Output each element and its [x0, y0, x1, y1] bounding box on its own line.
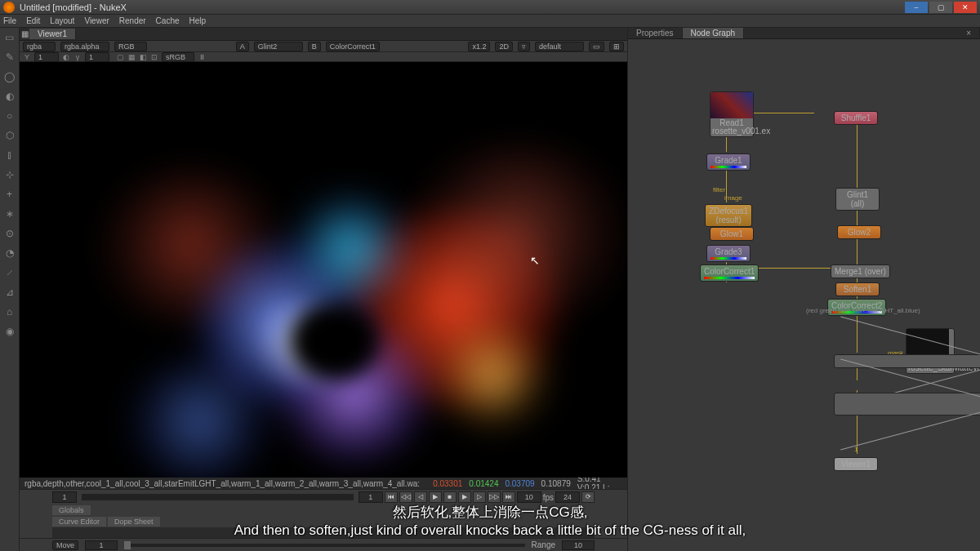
input-b-dropdown[interactable]: ColorCorrect1 — [326, 42, 380, 51]
menu-file[interactable]: File — [3, 16, 16, 25]
first-frame-button[interactable]: ⏮ — [385, 491, 398, 503]
play-button[interactable]: ▶ — [458, 491, 471, 503]
gain-field[interactable]: 1 — [34, 52, 59, 62]
status-red: 0.03301 — [433, 479, 462, 488]
tool-merge[interactable]: ⊹ — [3, 168, 16, 181]
display-lut-dropdown[interactable]: sRGB — [162, 52, 194, 62]
timeline-scrubber[interactable] — [82, 494, 354, 500]
roi-icon[interactable]: ▭ — [589, 42, 604, 51]
dimension-dropdown[interactable]: 2D — [495, 42, 513, 51]
close-button[interactable]: ✕ — [954, 2, 977, 13]
gamma-icon[interactable]: γ — [74, 53, 82, 61]
node-viewer1[interactable]: Viewer1 — [834, 457, 878, 471]
tool-time[interactable]: ◯ — [3, 70, 16, 83]
tool-particles[interactable]: ⊙ — [3, 227, 16, 240]
menu-layout[interactable]: Layout — [50, 16, 74, 25]
node-graph[interactable]: filter image mask 1 Read1rosette_v001.ex… — [628, 39, 980, 551]
channel-dropdown[interactable]: rgba — [23, 42, 56, 51]
tool-filter[interactable]: ⬡ — [3, 129, 16, 142]
loop-icon[interactable]: ⟳ — [581, 491, 595, 503]
tool-transform[interactable]: + — [3, 188, 16, 201]
format-icon[interactable]: ▦ — [127, 53, 136, 61]
node-grade1[interactable]: Grade1 — [706, 153, 751, 171]
node-glow1[interactable]: Glow1 — [710, 227, 754, 241]
app-icon — [3, 2, 15, 13]
wipe-icon[interactable]: ◧ — [139, 53, 147, 61]
fps-field[interactable]: 24 — [555, 491, 580, 503]
range-start[interactable]: 1 — [85, 540, 118, 550]
tab-properties[interactable]: Properties — [628, 28, 683, 38]
tool-image[interactable]: ▭ — [3, 31, 16, 44]
prev-frame-button[interactable]: ◁ — [414, 491, 427, 503]
zoom-dropdown[interactable]: x1.2 — [468, 42, 490, 51]
pause-icon[interactable]: ⏸ — [198, 53, 206, 61]
play-back-button[interactable]: ▶ — [429, 491, 442, 503]
layer-dropdown[interactable]: rgba.alpha — [60, 42, 109, 51]
downrez-icon[interactable]: ▿ — [518, 42, 530, 51]
node-glint1[interactable]: Glint1(all) — [835, 188, 880, 211]
titlebar: Untitled [modified] - NukeX – ▢ ✕ — [0, 0, 980, 15]
tool-keyer[interactable]: ⫿ — [3, 149, 16, 162]
clip-icon[interactable]: ▢ — [116, 53, 124, 61]
node-grade3[interactable]: Grade3 — [706, 245, 751, 262]
menubar: File Edit Layout Viewer Render Cache Hel… — [0, 15, 980, 28]
read1-thumbnail — [710, 92, 753, 118]
node-merge2[interactable]: Merge2 — [834, 354, 980, 368]
current-frame-field[interactable]: 10 — [517, 491, 541, 503]
menu-help[interactable]: Help — [189, 16, 207, 25]
menu-edit[interactable]: Edit — [26, 16, 40, 25]
range-label: Range — [532, 540, 555, 549]
timeline-track[interactable] — [52, 527, 595, 538]
tab-globals[interactable]: Globals — [52, 505, 91, 515]
menu-render[interactable]: Render — [119, 16, 146, 25]
input-a-dropdown[interactable]: Glint2 — [254, 42, 303, 51]
tool-meta[interactable]: ⊿ — [3, 286, 16, 299]
tool-color[interactable]: ○ — [3, 109, 16, 122]
input-a-label: A — [236, 42, 249, 51]
viewer-lut-dropdown[interactable]: default — [535, 42, 584, 51]
viewer-toolbar-2: Y 1 ◐ γ 1 ▢ ▦ ◧ ⊡ sRGB ⏸ — [20, 52, 627, 62]
overlay-icon[interactable]: ⊡ — [150, 53, 158, 61]
next-frame-button[interactable]: ▷ — [473, 491, 486, 503]
gamma-field[interactable]: 1 — [85, 52, 109, 62]
viewer-canvas[interactable]: ↖ — [20, 62, 627, 478]
right-panel: Properties Node Graph × filter im — [628, 28, 980, 551]
fstop-icon[interactable]: ◐ — [62, 53, 70, 61]
node-shuffle1[interactable]: Shuffle1 — [834, 111, 878, 125]
node-glint2[interactable]: Glint2(all) — [834, 393, 980, 415]
menu-viewer[interactable]: Viewer — [84, 16, 109, 25]
range-end[interactable]: 10 — [562, 540, 595, 550]
tab-viewer1[interactable]: Viewer1 — [29, 29, 76, 39]
tool-channel[interactable]: ◐ — [3, 90, 16, 103]
close-panel-icon[interactable]: × — [958, 28, 980, 38]
range-slider[interactable] — [124, 544, 525, 547]
colorspace-dropdown[interactable]: RGB — [114, 42, 147, 51]
maximize-button[interactable]: ▢ — [929, 2, 952, 13]
minimize-button[interactable]: – — [905, 2, 928, 13]
tool-draw[interactable]: ✎ — [3, 51, 16, 64]
tab-node-graph[interactable]: Node Graph — [683, 28, 744, 38]
stop-button[interactable]: ■ — [443, 491, 457, 503]
node-soften1[interactable]: Soften1 — [835, 282, 880, 296]
tab-curve-editor[interactable]: Curve Editor — [52, 517, 106, 527]
tool-3d[interactable]: ∗ — [3, 207, 16, 220]
pane-menu-icon[interactable]: ▦ — [20, 29, 29, 38]
tool-deep[interactable]: ◔ — [3, 247, 16, 260]
node-glow2[interactable]: Glow2 — [837, 225, 881, 239]
tool-toolset[interactable]: ⌂ — [3, 305, 16, 318]
frame-start-field[interactable]: 1 — [52, 491, 77, 503]
prev-key-button[interactable]: ◁◁ — [399, 491, 412, 503]
node-colorcorrect1[interactable]: ColorCorrect1 — [700, 264, 759, 282]
next-key-button[interactable]: ▷▷ — [488, 491, 501, 503]
tool-other[interactable]: ◉ — [3, 325, 16, 338]
menu-cache[interactable]: Cache — [156, 16, 180, 25]
node-merge1[interactable]: Merge1 (over) — [831, 264, 890, 278]
node-read1[interactable]: Read1rosette_v001.ex — [710, 91, 754, 137]
proxy-icon[interactable]: ⊞ — [609, 42, 624, 51]
move-button[interactable]: Move — [52, 540, 78, 550]
last-frame-button[interactable]: ⏭ — [502, 491, 515, 503]
tool-views[interactable]: ⟋ — [3, 266, 16, 279]
frame-end-field[interactable]: 1 — [359, 491, 383, 503]
tab-dope-sheet[interactable]: Dope Sheet — [108, 517, 160, 527]
node-zdefocus1[interactable]: ZDefocus1(result) — [705, 204, 752, 227]
